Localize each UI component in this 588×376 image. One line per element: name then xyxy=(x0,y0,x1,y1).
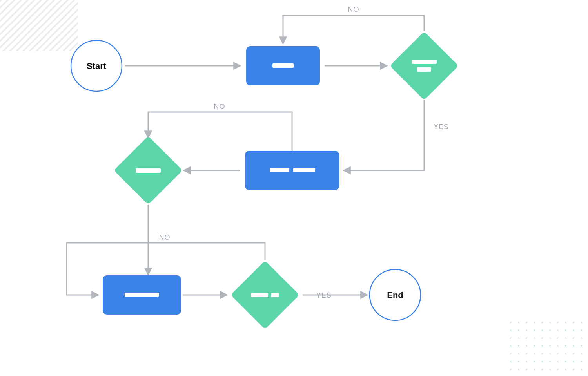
node-start-label: Start xyxy=(87,61,107,71)
edge-d1-no xyxy=(283,16,424,43)
svg-rect-13 xyxy=(136,168,161,173)
node-d3 xyxy=(230,260,299,329)
node-p2 xyxy=(245,151,339,190)
svg-rect-6 xyxy=(390,31,458,100)
svg-rect-11 xyxy=(293,168,315,172)
svg-rect-7 xyxy=(412,60,437,64)
edge-d1-yes xyxy=(344,100,424,170)
node-end: End xyxy=(370,269,421,320)
decor-stripes xyxy=(0,0,78,51)
svg-rect-10 xyxy=(270,168,289,172)
svg-rect-18 xyxy=(271,293,279,297)
edge-d2-no-label: NO xyxy=(214,103,225,110)
svg-rect-8 xyxy=(417,67,431,72)
svg-rect-9 xyxy=(245,151,339,190)
node-end-label: End xyxy=(387,290,403,300)
decor-dots xyxy=(506,317,588,376)
edge-d1-no-label: NO xyxy=(348,5,359,13)
node-start: Start xyxy=(71,40,122,91)
edge-d2-no xyxy=(148,112,292,151)
flowchart-canvas: NO YES NO NO YES Start xyxy=(0,0,588,376)
node-d2 xyxy=(114,136,182,204)
svg-rect-17 xyxy=(251,293,268,297)
svg-rect-15 xyxy=(125,293,159,297)
svg-rect-5 xyxy=(272,63,294,68)
edge-d3-yes-label: YES xyxy=(316,291,331,299)
node-p3 xyxy=(103,275,181,315)
edge-d3-no-label: NO xyxy=(159,233,171,241)
edge-d1-yes-label: YES xyxy=(434,123,449,131)
node-d1 xyxy=(390,31,458,100)
node-p1 xyxy=(246,46,320,85)
